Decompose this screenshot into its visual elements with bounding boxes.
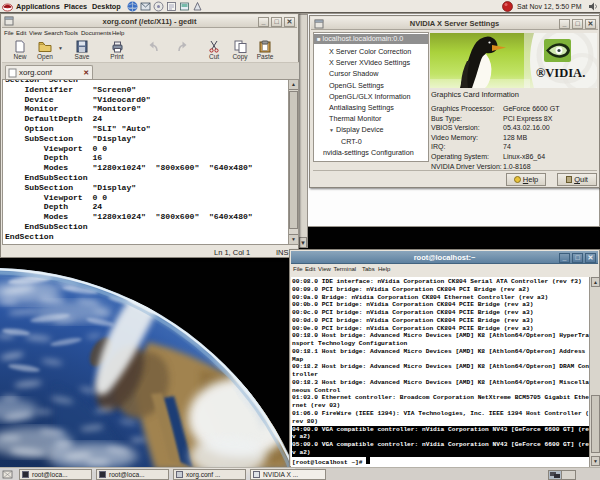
svg-text:®VIDIA.: ®VIDIA. [536, 66, 585, 80]
